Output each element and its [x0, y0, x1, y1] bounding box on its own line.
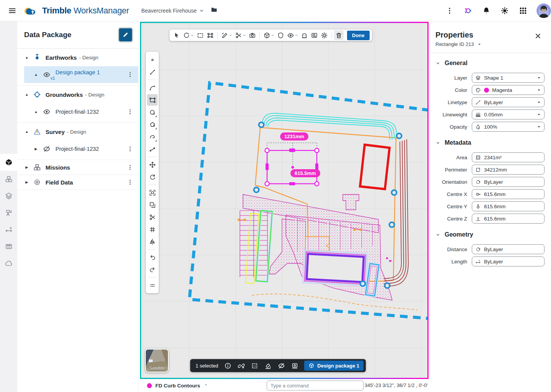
project-folder-icon[interactable]	[210, 6, 218, 15]
tree-item-project-final-1232[interactable]: ▲Project-final-1232	[24, 103, 138, 120]
polygon-select-tool[interactable]	[205, 30, 215, 40]
select-tool[interactable]	[172, 30, 181, 40]
selected-entity-dropdown[interactable]: Rectangle ID 213	[435, 41, 545, 47]
selection-link-button[interactable]	[237, 361, 245, 370]
property-field-centre-x[interactable]: 615.6mm	[472, 189, 544, 199]
selected-rectangle[interactable]	[265, 143, 319, 186]
rail-item-measure[interactable]	[0, 221, 17, 238]
point-tool[interactable]	[147, 54, 158, 65]
caret-right-icon[interactable]: ▶	[24, 180, 29, 184]
snap-grid-tool[interactable]	[147, 224, 158, 235]
property-field-opacity[interactable]: 100%	[472, 122, 544, 132]
rail-item-tables[interactable]	[0, 238, 17, 255]
section-header-metadata[interactable]: Metadata	[430, 139, 551, 146]
settings-tool[interactable]	[320, 30, 329, 40]
visibility-on-icon[interactable]	[43, 108, 51, 116]
more-tools[interactable]	[147, 279, 158, 291]
visibility-off-icon[interactable]	[43, 145, 51, 153]
property-field-perimeter[interactable]: 34212mm	[472, 165, 544, 175]
selection-capture-button[interactable]	[290, 361, 299, 370]
spline-tool[interactable]	[147, 143, 158, 155]
curve-tool[interactable]	[147, 131, 158, 142]
rotate-tool[interactable]	[147, 171, 158, 183]
property-field-centre-y[interactable]: 615.6mm	[472, 201, 544, 211]
property-field-orientation[interactable]: ByLayer	[472, 177, 544, 187]
property-field-area[interactable]: 2341m²	[472, 152, 544, 162]
tree-item-design-package-1[interactable]: ▲Design package 1v1	[24, 66, 138, 83]
property-field-layer[interactable]: Shape 1	[472, 73, 544, 83]
mirror-tool[interactable]	[147, 236, 158, 247]
satellite-map-toggle[interactable]: Satellite	[145, 349, 169, 372]
arc-tool[interactable]	[147, 82, 158, 93]
caret-up-icon[interactable]: ▲	[24, 130, 29, 134]
more-options-button[interactable]	[442, 3, 457, 18]
display-settings-button[interactable]	[497, 3, 512, 18]
caret-up-icon[interactable]: ▲	[24, 56, 29, 59]
line-tool[interactable]	[147, 66, 158, 78]
orbit-tool[interactable]	[182, 30, 195, 40]
snapshot-tool[interactable]	[248, 30, 257, 40]
rectangle-tool[interactable]	[147, 94, 158, 106]
design-canvas[interactable]: 1231mm 615.5mm Done 1 selected Design pa…	[141, 23, 427, 378]
tree-item-project-final-1232[interactable]: ▶Project-final-1232	[24, 140, 138, 157]
section-header-geometry[interactable]: Geometry	[430, 231, 551, 238]
tree-group-row-earthworks[interactable]: ▲Earthworks- Design	[17, 49, 138, 66]
property-field-distance[interactable]: ByLayer	[472, 244, 544, 254]
section-header-general[interactable]: General	[430, 60, 551, 67]
redo-button[interactable]	[147, 264, 158, 275]
caret-up-icon[interactable]: ▲	[34, 73, 38, 77]
rail-item-cloud[interactable]	[0, 255, 17, 272]
visibility-on-icon[interactable]	[43, 71, 51, 78]
selection-info-button[interactable]	[223, 361, 232, 370]
tree-group-row-missions[interactable]: ▶Missions	[17, 160, 138, 175]
view-cube-tool[interactable]	[262, 30, 276, 40]
marquee-select-tool[interactable]	[196, 30, 205, 40]
row-options-button[interactable]	[125, 144, 135, 154]
selection-hide-button[interactable]	[277, 361, 285, 370]
tree-group-row-field-data[interactable]: ▶Field Data	[17, 175, 138, 189]
avatar[interactable]	[536, 3, 551, 18]
caret-right-icon[interactable]: ▶	[34, 147, 38, 151]
selection-pixel-select-button[interactable]	[250, 361, 259, 370]
command-input[interactable]	[267, 381, 364, 390]
design-package-button[interactable]: Design package 1	[304, 361, 364, 371]
rail-item-layers[interactable]	[0, 188, 17, 204]
shield-tool[interactable]	[276, 30, 285, 40]
done-button[interactable]: Done	[347, 31, 370, 40]
row-options-button[interactable]	[125, 177, 135, 187]
rail-item-models[interactable]	[0, 171, 17, 188]
rail-item-devices[interactable]	[0, 204, 17, 221]
circle-tool[interactable]	[147, 106, 158, 118]
ai-assistant-button[interactable]	[461, 3, 475, 18]
property-field-centre-z[interactable]: 615.6mm	[472, 214, 544, 224]
row-options-button[interactable]	[125, 162, 135, 172]
edit-package-button[interactable]	[119, 28, 132, 41]
ghost-tool[interactable]	[300, 30, 309, 40]
row-options-button[interactable]	[125, 107, 135, 117]
row-options-button[interactable]	[125, 70, 135, 80]
property-field-lineweight[interactable]: 0.05mm	[472, 109, 544, 119]
notifications-button[interactable]	[479, 3, 494, 18]
move-tool[interactable]	[147, 159, 158, 170]
polygon-tool[interactable]	[147, 119, 158, 130]
caret-right-icon[interactable]: ▶	[24, 165, 29, 169]
scale-tool[interactable]	[147, 187, 158, 198]
tree-group-row-groundworks[interactable]: ▲Groundworks- Design	[17, 86, 138, 103]
rail-item-3d-view[interactable]	[0, 154, 17, 171]
cut-tool[interactable]	[234, 30, 247, 40]
active-layer-selector[interactable]: FD Curb Contours ⌃	[147, 383, 207, 389]
copy-tool[interactable]	[147, 199, 158, 211]
caret-up-icon[interactable]: ▲	[34, 110, 38, 114]
annotation-tool[interactable]	[310, 30, 319, 40]
delete-tool[interactable]	[334, 30, 344, 40]
property-field-linetype[interactable]: ByLayer	[472, 97, 544, 107]
trim-tool[interactable]	[147, 211, 158, 223]
selection-fill-style-button[interactable]	[264, 361, 272, 370]
tree-group-row-survey[interactable]: ▲Survey- Design	[17, 123, 138, 140]
app-launcher-button[interactable]	[516, 3, 530, 18]
property-field-color[interactable]: Magenta	[472, 85, 544, 95]
visibility-tool[interactable]	[286, 30, 299, 40]
caret-up-icon[interactable]: ▲	[24, 93, 29, 96]
hamburger-menu-icon[interactable]	[4, 3, 21, 18]
property-field-length[interactable]: ByLayer	[472, 256, 544, 266]
